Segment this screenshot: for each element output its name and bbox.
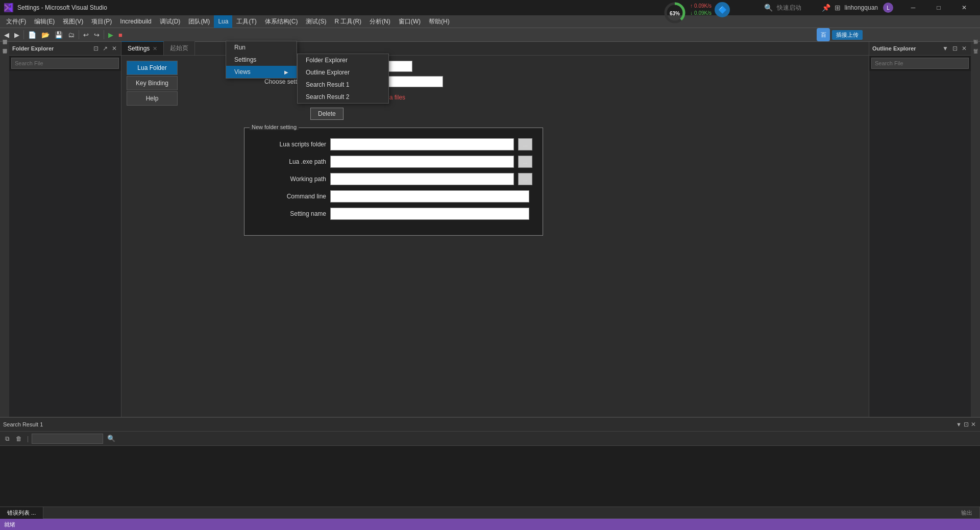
settings-content: Lua Folder Key Binding Help Current sett… [121, 56, 869, 417]
toolbar-new[interactable]: 📄 [26, 30, 38, 40]
views-outline-explorer[interactable]: Outline Explorer [298, 66, 388, 79]
tab-output[interactable]: 输出 [954, 507, 980, 519]
toolbar-open[interactable]: 📂 [39, 30, 52, 40]
menu-debug[interactable]: 调试(D) [156, 15, 185, 28]
titlebar: Settings - Microsoft Visual Studio 🔍 快速启… [0, 0, 980, 15]
lua-scripts-browse[interactable]: ... [518, 138, 532, 150]
menu-team[interactable]: 团队(M) [184, 15, 214, 28]
folder-explorer-content [9, 71, 121, 417]
search-result-input[interactable] [32, 434, 103, 444]
tab-settings-close[interactable]: ✕ [153, 45, 157, 52]
menu-test[interactable]: 测试(S) [302, 15, 330, 28]
search-result-toolbar: ⧉ 🗑 | 🔍 [0, 432, 980, 446]
views-folder-explorer[interactable]: Folder Explorer [298, 54, 388, 66]
lua-menu-views[interactable]: Views ▶ [226, 66, 297, 78]
upload-button[interactable]: 插接上传 [832, 30, 863, 40]
menu-tools[interactable]: 工具(T) [232, 15, 260, 28]
lua-scripts-input[interactable] [330, 138, 514, 150]
folder-explorer-close[interactable]: ✕ [111, 44, 118, 53]
lua-exe-input[interactable] [330, 156, 514, 168]
toolbar-redo[interactable]: ↪ [92, 30, 102, 40]
toolbar-undo[interactable]: ↩ [81, 30, 91, 40]
folder-explorer-pin[interactable]: ⊡ [92, 44, 100, 53]
views-search-result-1[interactable]: Search Result 1 [298, 79, 388, 91]
menu-arch[interactable]: 体系结构(C) [261, 15, 302, 28]
search-trigger-btn[interactable]: 🔍 [105, 434, 117, 443]
toolbar-debug-stop[interactable]: ■ [116, 30, 125, 40]
menu-view[interactable]: 视图(V) [59, 15, 87, 28]
left-vtabs: 团队资源管理器 服务器资源管理器 [0, 42, 9, 417]
lua-exe-label: Lua .exe path [255, 158, 326, 165]
menu-edit[interactable]: 编辑(E) [30, 15, 59, 28]
delete-button[interactable]: Delete [310, 108, 344, 120]
toolbar-back[interactable]: ◀ [2, 30, 11, 40]
status-ready: 就绪 [4, 521, 15, 528]
folder-search-input[interactable] [11, 58, 119, 69]
vtab-toolbox[interactable]: 工具箱 [971, 53, 980, 61]
titlebar-left: Settings - Microsoft Visual Studio [4, 3, 107, 12]
working-path-browse[interactable]: ... [518, 173, 532, 185]
choose-setting-label: Choose setting [244, 78, 305, 85]
toolbar-save-all[interactable]: 🗂 [66, 30, 77, 40]
working-path-input[interactable] [330, 173, 514, 185]
views-submenu: Folder Explorer Outline Explorer Search … [297, 54, 389, 104]
search-icon: 🔍 [764, 4, 773, 12]
close-button[interactable]: ✕ [952, 0, 976, 15]
search-result-pin[interactable]: ⊡ [964, 421, 969, 428]
right-vtabs: 属性 工具箱 [971, 42, 980, 417]
pin-icon: 📌 [822, 4, 830, 12]
setting-name-input[interactable] [330, 208, 529, 220]
action-row: Select will reload all lua files [244, 91, 543, 104]
lua-menu-run[interactable]: Run [226, 41, 297, 54]
tab-error-list[interactable]: 错误列表 ... [0, 507, 43, 519]
working-path-label: Working path [255, 175, 326, 183]
titlebar-right: 📌 ⊞ linhongquan L ─ □ ✕ [822, 0, 976, 15]
folder-setting-legend: New folder setting [250, 124, 299, 130]
maximize-button[interactable]: □ [927, 0, 950, 15]
copy-icon-btn[interactable]: ⧉ [3, 434, 12, 443]
lua-exe-browse[interactable]: ... [518, 156, 532, 168]
outline-explorer-content [869, 71, 971, 417]
setting-name-label: Setting name [255, 210, 326, 217]
user-avatar: L [883, 3, 893, 13]
menu-project[interactable]: 项目(P) [87, 15, 116, 28]
menu-analyze[interactable]: 分析(N) [365, 15, 395, 28]
folder-explorer-float[interactable]: ↗ [102, 44, 109, 53]
lua-scripts-row: Lua scripts folder ... [255, 138, 532, 150]
outline-search-input[interactable] [871, 58, 969, 69]
search-result-dropdown[interactable]: ▼ [956, 421, 962, 427]
command-line-input[interactable] [330, 190, 529, 203]
outline-explorer-close[interactable]: ✕ [961, 44, 968, 53]
views-search-result-2[interactable]: Search Result 2 [298, 91, 388, 103]
menu-rtool[interactable]: R 工具(R) [330, 15, 365, 28]
clear-icon-btn[interactable]: 🗑 [14, 434, 24, 443]
lua-menu-settings[interactable]: Settings [226, 54, 297, 66]
toolbar-save[interactable]: 💾 [53, 30, 65, 40]
search-result-close[interactable]: ✕ [971, 421, 976, 428]
lua-dropdown-menu: Run Settings Views ▶ [226, 41, 297, 79]
toolbar-forward[interactable]: ▶ [12, 30, 21, 40]
tab-settings[interactable]: Settings ✕ [121, 41, 164, 55]
vs-logo [4, 3, 13, 12]
outline-explorer-dropdown[interactable]: ▼ [941, 44, 949, 53]
command-line-row: Command line [255, 190, 532, 203]
nav-help[interactable]: Help [127, 91, 178, 106]
menu-lua[interactable]: Lua [214, 15, 232, 28]
toolbar-sep-2 [79, 30, 79, 39]
menu-file[interactable]: 文件(F) [2, 15, 30, 28]
minimize-button[interactable]: ─ [901, 0, 925, 15]
vtab-team[interactable]: 团队资源管理器 [1, 44, 9, 52]
toolbar-sep-1 [23, 30, 24, 39]
menu-window[interactable]: 窗口(W) [395, 15, 425, 28]
tab-start[interactable]: 起始页 [164, 41, 195, 55]
setting-name-row: Setting name [255, 208, 532, 220]
nav-key-binding[interactable]: Key Binding [127, 76, 178, 90]
lua-exe-row: Lua .exe path ... [255, 156, 532, 168]
vtab-properties[interactable]: 属性 [971, 44, 980, 52]
toolbar-debug-start[interactable]: ▶ [106, 30, 115, 40]
outline-explorer-pin[interactable]: ⊡ [951, 44, 959, 53]
menu-incredibuild[interactable]: Incredibuild [116, 15, 155, 28]
menu-help[interactable]: 帮助(H) [425, 15, 454, 28]
vtab-server[interactable]: 服务器资源管理器 [1, 53, 9, 61]
nav-lua-folder[interactable]: Lua Folder [127, 61, 178, 75]
